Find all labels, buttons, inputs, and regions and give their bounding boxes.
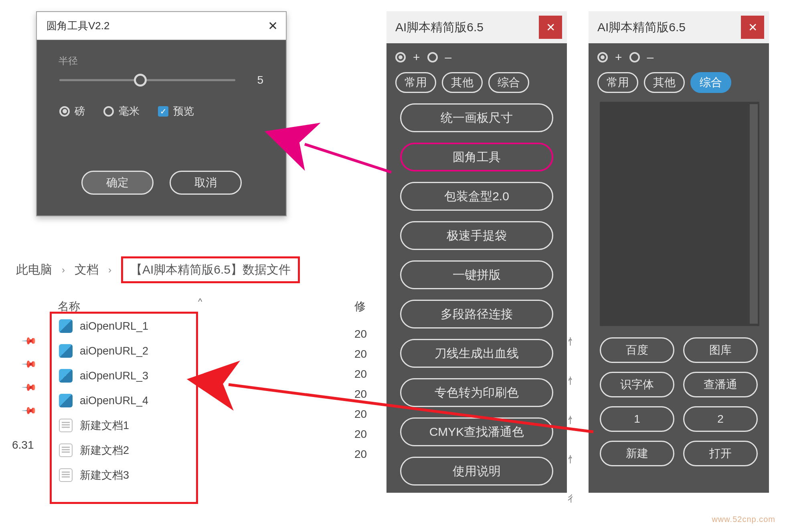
pin-icon: 📌 xyxy=(22,403,37,417)
column-header-mod[interactable]: 修 xyxy=(354,299,366,314)
radius-value: 5 xyxy=(247,74,263,87)
close-icon[interactable]: ✕ xyxy=(268,19,278,33)
char: 忄 xyxy=(568,375,577,387)
action-cmyk-pantone[interactable]: CMYK查找潘通色 xyxy=(400,417,553,446)
radius-slider[interactable] xyxy=(59,72,235,88)
sidebar-text: 6.31 xyxy=(12,439,34,451)
quick-pantone[interactable]: 查潘通 xyxy=(683,372,758,397)
crumb-pc[interactable]: 此电脑 xyxy=(16,262,52,278)
char: 忄 xyxy=(568,336,577,348)
minus-label: – xyxy=(647,50,654,64)
unit-bang-radio[interactable]: 磅 xyxy=(59,104,85,118)
action-fast-bag[interactable]: 极速手提袋 xyxy=(400,221,553,250)
round-corner-dialog: 圆角工具V2.2 ✕ 半径 5 磅 毫米 ✓ 预览 xyxy=(36,11,287,216)
file-name: aiOpenURL_4 xyxy=(80,395,148,407)
file-list: aiOpenURL_1 aiOpenURL_2 aiOpenURL_3 aiOp… xyxy=(50,312,198,504)
quick-grid: 百度 图库 识字体 查潘通 1 2 新建 打开 xyxy=(589,335,769,478)
char: 忄 xyxy=(568,414,577,426)
mode-row: + – xyxy=(589,43,769,68)
quick-new[interactable]: 新建 xyxy=(600,441,674,466)
action-cutline-bleed[interactable]: 刀线生成出血线 xyxy=(400,339,553,368)
file-name: aiOpenURL_3 xyxy=(80,370,148,382)
chevron-right-icon: › xyxy=(108,264,111,276)
file-row[interactable]: aiOpenURL_1 xyxy=(52,314,196,339)
doc-icon xyxy=(59,419,73,432)
mode-row: + – xyxy=(386,43,567,68)
action-path-connect[interactable]: 多段路径连接 xyxy=(400,300,553,328)
panel-title: AI脚本精简版6.5 xyxy=(597,19,686,36)
url-icon xyxy=(59,319,73,333)
file-name: aiOpenURL_2 xyxy=(80,345,148,357)
mod-value: 20 xyxy=(354,408,367,421)
slider-track xyxy=(59,79,235,81)
ok-button[interactable]: 确定 xyxy=(81,171,154,195)
mode-plus-radio[interactable] xyxy=(395,52,406,62)
cancel-button[interactable]: 取消 xyxy=(170,171,242,195)
check-icon: ✓ xyxy=(158,106,168,117)
svg-line-0 xyxy=(305,144,391,172)
url-icon xyxy=(59,369,73,383)
mod-value: 20 xyxy=(354,328,367,341)
url-icon xyxy=(59,344,73,358)
quick-open[interactable]: 打开 xyxy=(683,441,758,466)
action-instructions[interactable]: 使用说明 xyxy=(400,457,553,486)
unit-bang-label: 磅 xyxy=(75,104,85,118)
action-unify-artboard[interactable]: 统一画板尺寸 xyxy=(400,103,553,132)
crumb-docs[interactable]: 文档 xyxy=(75,262,99,278)
mode-minus-radio[interactable] xyxy=(629,52,640,62)
quick-tuku[interactable]: 图库 xyxy=(683,337,758,363)
plus-label: + xyxy=(615,50,622,64)
tab-common[interactable]: 常用 xyxy=(597,72,638,93)
tab-composite[interactable]: 综合 xyxy=(690,72,731,93)
options-row: 磅 毫米 ✓ 预览 xyxy=(49,94,274,129)
panel-title: AI脚本精简版6.5 xyxy=(395,19,484,36)
action-spot-to-process[interactable]: 专色转为印刷色 xyxy=(400,378,553,407)
char: 彳 xyxy=(568,493,577,505)
dialog-buttons: 确定 取消 xyxy=(49,171,274,200)
quick-2[interactable]: 2 xyxy=(683,406,758,432)
action-box-type[interactable]: 包装盒型2.0 xyxy=(400,182,553,211)
sort-caret-icon[interactable]: ^ xyxy=(198,296,202,307)
file-name: 新建文档2 xyxy=(80,443,129,457)
script-panel-a: AI脚本精简版6.5 ✕ + – 常用 其他 综合 统一画板尺寸 圆角工具 包装… xyxy=(386,11,567,493)
tab-composite[interactable]: 综合 xyxy=(488,72,529,93)
tab-other[interactable]: 其他 xyxy=(644,72,685,93)
quick-font[interactable]: 识字体 xyxy=(600,372,674,397)
empty-list[interactable] xyxy=(600,102,759,326)
file-row[interactable]: 新建文档2 xyxy=(52,438,196,463)
tab-common[interactable]: 常用 xyxy=(395,72,436,93)
tab-other[interactable]: 其他 xyxy=(442,72,483,93)
action-one-click-layout[interactable]: 一键拼版 xyxy=(400,260,553,289)
tab-row: 常用 其他 综合 xyxy=(386,68,567,99)
mod-value: 20 xyxy=(354,448,367,461)
doc-icon xyxy=(59,443,73,457)
crumb-current[interactable]: 【AI脚本精简版6.5】数据文件 xyxy=(121,256,300,283)
chevron-right-icon: › xyxy=(62,264,65,276)
file-row[interactable]: 新建文档1 xyxy=(52,413,196,438)
quick-baidu[interactable]: 百度 xyxy=(600,337,674,363)
close-icon[interactable]: ✕ xyxy=(741,16,764,39)
file-name: 新建文档3 xyxy=(80,468,129,482)
char: 忄 xyxy=(568,453,577,466)
quick-1[interactable]: 1 xyxy=(600,406,674,432)
mode-plus-radio[interactable] xyxy=(597,52,608,62)
file-row[interactable]: aiOpenURL_4 xyxy=(52,388,196,413)
file-row[interactable]: 新建文档3 xyxy=(52,463,196,488)
radius-slider-row: 5 xyxy=(49,68,274,94)
mode-minus-radio[interactable] xyxy=(427,52,438,62)
breadcrumb: 此电脑 › 文档 › 【AI脚本精简版6.5】数据文件 xyxy=(16,256,300,283)
watermark: www.52cnp.com xyxy=(712,515,775,524)
preview-checkbox[interactable]: ✓ 预览 xyxy=(158,104,194,118)
file-name: 新建文档1 xyxy=(80,418,129,433)
file-row[interactable]: aiOpenURL_3 xyxy=(52,363,196,388)
quick-pins: 📌 📌 📌 📌 xyxy=(24,335,34,415)
mod-value: 20 xyxy=(354,348,367,361)
unit-mm-radio[interactable]: 毫米 xyxy=(103,104,140,118)
close-icon[interactable]: ✕ xyxy=(539,16,562,39)
radius-label: 半径 xyxy=(59,54,274,67)
slider-thumb[interactable] xyxy=(134,74,147,87)
unit-mm-label: 毫米 xyxy=(119,104,140,118)
mod-value: 20 xyxy=(354,388,367,401)
file-row[interactable]: aiOpenURL_2 xyxy=(52,339,196,363)
action-round-corner[interactable]: 圆角工具 xyxy=(400,143,553,171)
